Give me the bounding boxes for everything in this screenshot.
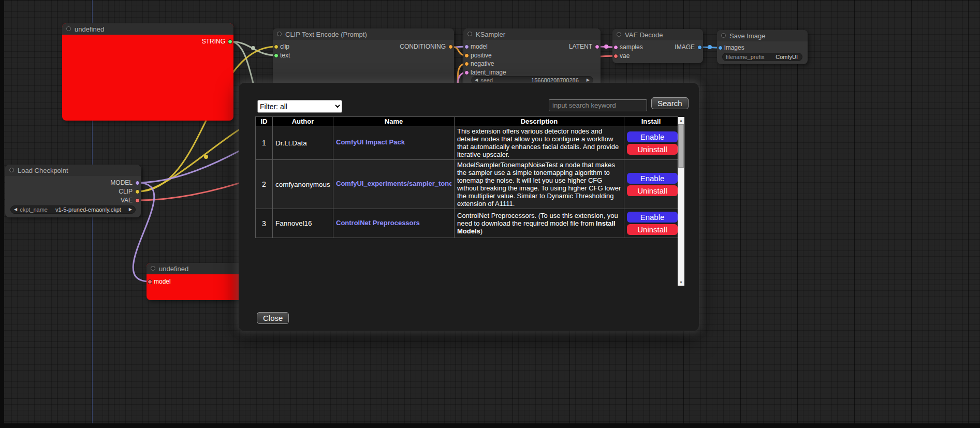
output-slot-string[interactable] bbox=[228, 39, 232, 44]
enable-button[interactable]: Enable bbox=[627, 173, 678, 184]
input-label-images: images bbox=[724, 44, 744, 51]
window-edge-bottom bbox=[0, 423, 980, 428]
filename-prefix-widget[interactable]: filename_prefix ComfyUI bbox=[722, 53, 802, 61]
input-label-text: text bbox=[280, 52, 290, 59]
input-label-vae: vae bbox=[620, 52, 630, 60]
collapse-dot-icon[interactable] bbox=[151, 266, 155, 271]
extensions-table: ID Author Name Description Install 1 Dr.… bbox=[255, 116, 678, 238]
cell-name: ControlNet Preprocessors bbox=[333, 209, 455, 238]
collapse-dot-icon[interactable] bbox=[467, 32, 472, 36]
output-slot-clip[interactable] bbox=[135, 189, 140, 194]
cell-author: comfyanonymous bbox=[273, 160, 333, 209]
input-slot-model[interactable] bbox=[464, 45, 469, 49]
collapse-dot-icon[interactable] bbox=[66, 26, 71, 31]
cell-description: This extension offers various detector n… bbox=[455, 126, 624, 160]
output-label: CONDITIONING bbox=[400, 43, 446, 50]
manager-install-dialog: Filter: all Search ID Author Name Descri… bbox=[239, 83, 699, 331]
input-label-clip: clip bbox=[280, 43, 289, 50]
extension-link[interactable]: ControlNet Preprocessors bbox=[336, 219, 420, 227]
uninstall-button[interactable]: Uninstall bbox=[627, 185, 678, 196]
input-slot-positive[interactable] bbox=[464, 53, 469, 58]
input-label-negative: negative bbox=[471, 60, 494, 67]
extension-link[interactable]: ComfyUI_experiments/sampler_tonemap bbox=[336, 180, 451, 187]
widget-label: ckpt_name bbox=[20, 206, 48, 213]
widget-label: filename_prefix bbox=[726, 54, 765, 60]
enable-button[interactable]: Enable bbox=[627, 212, 678, 223]
filter-select[interactable]: Filter: all bbox=[257, 100, 342, 113]
input-slot-model[interactable] bbox=[148, 279, 152, 284]
node-header[interactable]: KSampler bbox=[463, 28, 601, 40]
node-header[interactable]: Save Image bbox=[717, 30, 808, 41]
output-label-model: MODEL bbox=[110, 179, 133, 186]
output-label-vae: VAE bbox=[121, 197, 133, 204]
node-title: undefined bbox=[159, 265, 188, 273]
node-save-image[interactable]: Save Image images filename_prefix ComfyU… bbox=[717, 30, 808, 64]
table-row: 3 Fannovel16 ControlNet Preprocessors Co… bbox=[256, 209, 678, 238]
enable-button[interactable]: Enable bbox=[627, 131, 678, 142]
ckpt-name-widget[interactable]: ◀ ckpt_name v1-5-pruned-emaonly.ckpt ▶ bbox=[10, 205, 136, 214]
header-install: Install bbox=[624, 117, 678, 126]
cell-author: Dr.Lt.Data bbox=[273, 126, 333, 160]
node-title: Save Image bbox=[729, 32, 765, 40]
output-slot-vae[interactable] bbox=[135, 198, 140, 203]
cell-id: 3 bbox=[256, 209, 273, 238]
next-arrow-icon[interactable]: ▶ bbox=[129, 208, 132, 212]
header-name: Name bbox=[333, 117, 455, 126]
node-title: Load Checkpoint bbox=[18, 167, 68, 174]
node-title: VAE Decode bbox=[625, 31, 663, 39]
uninstall-button[interactable]: Uninstall bbox=[627, 224, 678, 235]
node-header[interactable]: Load Checkpoint bbox=[5, 165, 141, 176]
output-slot-image[interactable] bbox=[697, 45, 702, 50]
input-label-positive: positive bbox=[471, 52, 492, 59]
cell-description: ControlNet Preprocessors. (To use this e… bbox=[455, 209, 624, 238]
widget-value: ComfyUI bbox=[776, 54, 798, 60]
node-vae-decode[interactable]: VAE Decode samples vae IMAGE bbox=[612, 29, 703, 63]
uninstall-button[interactable]: Uninstall bbox=[627, 144, 678, 155]
widget-value: v1-5-pruned-emaonly.ckpt bbox=[55, 206, 121, 213]
output-slot-model[interactable] bbox=[135, 181, 140, 185]
scroll-up-icon[interactable]: ▲ bbox=[678, 117, 684, 124]
input-slot-images[interactable] bbox=[718, 46, 723, 50]
input-slot-vae[interactable] bbox=[613, 54, 618, 58]
increment-arrow-icon[interactable]: ▶ bbox=[587, 78, 590, 82]
close-button[interactable]: Close bbox=[257, 312, 289, 324]
previous-arrow-icon[interactable]: ◀ bbox=[14, 208, 17, 212]
search-input[interactable] bbox=[549, 99, 647, 111]
collapse-dot-icon[interactable] bbox=[617, 32, 621, 37]
scroll-down-icon[interactable]: ▼ bbox=[678, 279, 684, 286]
collapse-dot-icon[interactable] bbox=[9, 168, 14, 172]
table-scrollbar[interactable]: ▲ ▼ bbox=[678, 117, 684, 286]
node-header[interactable]: CLIP Text Encode (Prompt) bbox=[273, 28, 454, 40]
output-label: STRING bbox=[202, 38, 225, 45]
input-slot-samples[interactable] bbox=[613, 45, 618, 50]
decrement-arrow-icon[interactable]: ◀ bbox=[475, 78, 478, 82]
output-slot-conditioning[interactable] bbox=[448, 45, 453, 49]
header-id: ID bbox=[256, 117, 273, 126]
input-slot-negative[interactable] bbox=[464, 62, 469, 66]
node-undefined-string[interactable]: undefined STRING bbox=[62, 23, 233, 121]
collapse-dot-icon[interactable] bbox=[277, 32, 282, 36]
node-load-checkpoint[interactable]: Load Checkpoint MODEL CLIP VAE ◀ ckpt_na… bbox=[5, 165, 141, 217]
table-header-row: ID Author Name Description Install bbox=[256, 117, 678, 126]
node-title: undefined bbox=[75, 25, 104, 33]
table-row: 1 Dr.Lt.Data ComfyUI Impact Pack This ex… bbox=[256, 126, 678, 160]
cell-name: ComfyUI Impact Pack bbox=[333, 126, 455, 160]
input-slot-clip[interactable] bbox=[274, 45, 279, 49]
cell-description: ModelSamplerTonemapNoiseTest a node that… bbox=[455, 160, 624, 209]
node-header[interactable]: VAE Decode bbox=[612, 29, 703, 40]
output-label: IMAGE bbox=[675, 43, 695, 51]
node-header[interactable]: undefined bbox=[62, 23, 233, 35]
cell-install: Enable Uninstall bbox=[624, 160, 678, 209]
scrollbar-thumb[interactable] bbox=[678, 124, 684, 168]
input-slot-text[interactable] bbox=[274, 53, 279, 58]
header-author: Author bbox=[273, 117, 333, 126]
output-slot-latent[interactable] bbox=[595, 45, 599, 49]
extension-link[interactable]: ComfyUI Impact Pack bbox=[336, 138, 405, 146]
output-label-clip: CLIP bbox=[119, 188, 133, 195]
input-slot-latent-image[interactable] bbox=[464, 70, 469, 75]
cell-id: 2 bbox=[256, 160, 273, 209]
input-label-samples: samples bbox=[620, 43, 643, 51]
search-button[interactable]: Search bbox=[651, 97, 689, 109]
window-edge-left bbox=[0, 0, 4, 428]
collapse-dot-icon[interactable] bbox=[721, 33, 726, 38]
